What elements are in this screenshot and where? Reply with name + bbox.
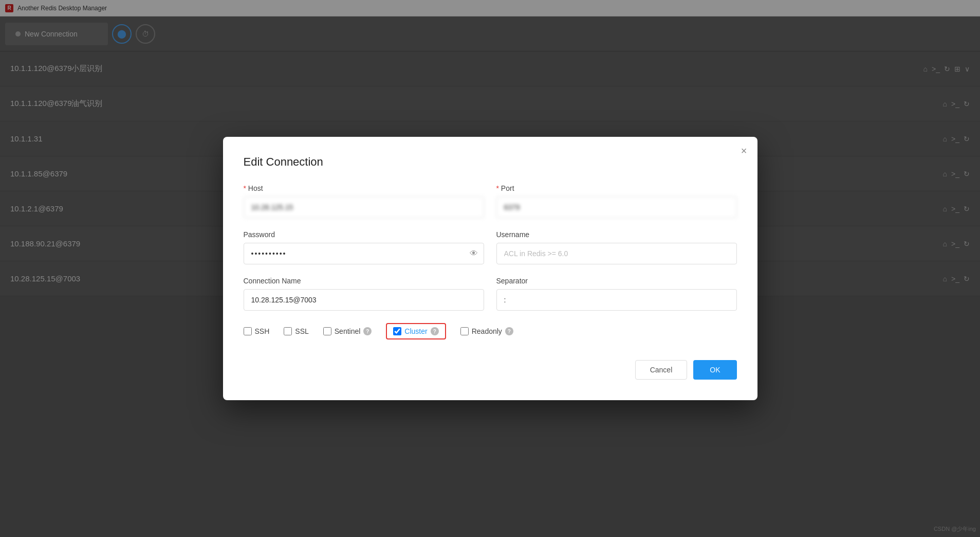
host-label: Host: [244, 184, 484, 192]
name-separator-row: Connection Name Separator: [244, 277, 737, 311]
cluster-help-icon[interactable]: ?: [431, 327, 439, 335]
ssh-label: SSH: [255, 327, 270, 335]
cluster-label: Cluster: [404, 327, 427, 335]
separator-label: Separator: [496, 277, 737, 285]
host-group: Host: [244, 184, 484, 218]
readonly-checkbox-item[interactable]: Readonly ?: [460, 327, 513, 335]
ssl-label: SSL: [295, 327, 308, 335]
readonly-label: Readonly: [472, 327, 502, 335]
sentinel-help-icon[interactable]: ?: [363, 327, 372, 335]
port-input[interactable]: [496, 196, 737, 218]
host-input[interactable]: [244, 196, 484, 218]
port-group: Port: [496, 184, 737, 218]
sentinel-checkbox-item[interactable]: Sentinel ?: [323, 327, 372, 335]
modal-close-button[interactable]: ×: [741, 145, 747, 157]
separator-group: Separator: [496, 277, 737, 311]
modal-overlay[interactable]: Edit Connection × Host Port Password 👁: [0, 0, 980, 537]
connection-name-input[interactable]: [244, 289, 484, 311]
password-label: Password: [244, 230, 484, 239]
cancel-button[interactable]: Cancel: [635, 360, 688, 380]
sentinel-label: Sentinel: [335, 327, 361, 335]
ssh-checkbox-item[interactable]: SSH: [244, 327, 270, 335]
username-input[interactable]: [496, 243, 737, 264]
readonly-help-icon[interactable]: ?: [505, 327, 513, 335]
username-group: Username: [496, 230, 737, 264]
password-input[interactable]: [244, 243, 484, 264]
ssl-checkbox-item[interactable]: SSL: [284, 327, 308, 335]
modal-title: Edit Connection: [244, 155, 737, 169]
checkboxes-row: SSH SSL Sentinel ? Cluster ? Rea: [244, 323, 737, 339]
cluster-highlighted-wrapper: Cluster ?: [386, 323, 446, 339]
edit-connection-modal: Edit Connection × Host Port Password 👁: [223, 137, 757, 400]
cluster-checkbox-item[interactable]: Cluster ?: [393, 327, 438, 335]
connection-name-label: Connection Name: [244, 277, 484, 285]
password-group: Password 👁: [244, 230, 484, 264]
password-eye-icon[interactable]: 👁: [470, 249, 478, 258]
ssh-checkbox[interactable]: [244, 327, 252, 335]
password-username-row: Password 👁 Username: [244, 230, 737, 264]
connection-name-group: Connection Name: [244, 277, 484, 311]
modal-footer: Cancel OK: [244, 360, 737, 380]
host-port-row: Host Port: [244, 184, 737, 218]
ssl-checkbox[interactable]: [284, 327, 292, 335]
readonly-checkbox[interactable]: [460, 327, 469, 335]
port-label: Port: [496, 184, 737, 192]
cluster-checkbox[interactable]: [393, 327, 401, 335]
separator-input[interactable]: [496, 289, 737, 311]
sentinel-checkbox[interactable]: [323, 327, 331, 335]
username-label: Username: [496, 230, 737, 239]
ok-button[interactable]: OK: [693, 360, 736, 380]
password-input-wrapper: 👁: [244, 243, 484, 264]
